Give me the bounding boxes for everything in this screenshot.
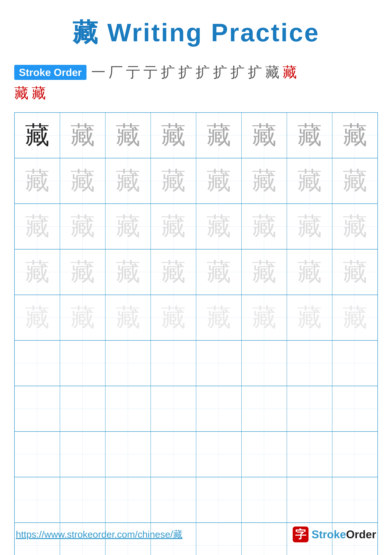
stroke-7: 扩 (196, 63, 210, 82)
cell-4-5[interactable]: 藏 (196, 249, 242, 295)
cell-5-3[interactable]: 藏 (105, 295, 151, 340)
cell-5-8[interactable]: 藏 (332, 295, 378, 340)
cell-2-3[interactable]: 藏 (105, 158, 151, 204)
cell-3-3[interactable]: 藏 (105, 204, 151, 249)
char-1-2: 藏 (70, 123, 95, 148)
cell-5-1[interactable]: 藏 (14, 295, 60, 340)
char-3-3: 藏 (116, 214, 140, 239)
cell-4-4[interactable]: 藏 (151, 249, 196, 295)
cell-2-2[interactable]: 藏 (60, 158, 105, 204)
cell-7-7[interactable] (287, 386, 332, 431)
cell-5-2[interactable]: 藏 (60, 295, 105, 340)
cell-3-1[interactable]: 藏 (14, 204, 60, 249)
cell-9-6[interactable] (242, 477, 287, 523)
stroke-5: 扩 (161, 63, 175, 82)
char-2-4: 藏 (161, 169, 186, 193)
cell-2-5[interactable]: 藏 (196, 158, 242, 204)
stroke-chars: 一 厂 亍 亍 扩 扩 扩 扩 扩 扩 藏 藏 (91, 63, 297, 82)
cell-4-1[interactable]: 藏 (14, 249, 60, 295)
stroke-2: 厂 (109, 63, 123, 82)
cell-7-4[interactable] (151, 386, 196, 431)
grid-row-6 (14, 340, 378, 386)
stroke-8: 扩 (213, 63, 227, 82)
char-4-5: 藏 (207, 260, 231, 284)
cell-6-2[interactable] (60, 340, 105, 386)
cell-2-7[interactable]: 藏 (287, 158, 332, 204)
char-1-4: 藏 (161, 123, 186, 148)
cell-6-1[interactable] (14, 340, 60, 386)
cell-5-6[interactable]: 藏 (242, 295, 287, 340)
cell-5-5[interactable]: 藏 (196, 295, 242, 340)
cell-3-8[interactable]: 藏 (332, 204, 378, 249)
cell-3-5[interactable]: 藏 (196, 204, 242, 249)
stroke-12: 藏 (283, 63, 297, 82)
cell-8-3[interactable] (105, 431, 151, 477)
cell-7-8[interactable] (332, 386, 378, 431)
cell-3-4[interactable]: 藏 (151, 204, 196, 249)
cell-4-3[interactable]: 藏 (105, 249, 151, 295)
cell-3-6[interactable]: 藏 (242, 204, 287, 249)
cell-9-1[interactable] (14, 477, 60, 523)
char-2-7: 藏 (297, 169, 322, 193)
cell-2-4[interactable]: 藏 (151, 158, 196, 204)
cell-3-2[interactable]: 藏 (60, 204, 105, 249)
cell-2-8[interactable]: 藏 (332, 158, 378, 204)
char-1-5: 藏 (207, 123, 231, 148)
cell-8-5[interactable] (196, 431, 242, 477)
cell-1-6[interactable]: 藏 (242, 113, 287, 158)
cell-1-3[interactable]: 藏 (105, 113, 151, 158)
cell-8-1[interactable] (14, 431, 60, 477)
char-2-3: 藏 (116, 169, 140, 193)
cell-8-7[interactable] (287, 431, 332, 477)
cell-6-5[interactable] (196, 340, 242, 386)
title-text: Writing Practice (99, 18, 320, 47)
cell-8-4[interactable] (151, 431, 196, 477)
cell-4-2[interactable]: 藏 (60, 249, 105, 295)
footer-url[interactable]: https://www.strokeorder.com/chinese/藏 (16, 528, 183, 541)
cell-7-2[interactable] (60, 386, 105, 431)
cell-4-6[interactable]: 藏 (242, 249, 287, 295)
cell-1-1[interactable]: 藏 (14, 113, 60, 158)
cell-8-6[interactable] (242, 431, 287, 477)
cell-7-3[interactable] (105, 386, 151, 431)
cell-9-5[interactable] (196, 477, 242, 523)
cell-2-6[interactable]: 藏 (242, 158, 287, 204)
cell-9-3[interactable] (105, 477, 151, 523)
grid-row-1: 藏 藏 藏 藏 藏 藏 藏 藏 (14, 113, 378, 158)
cell-8-8[interactable] (332, 431, 378, 477)
cell-6-8[interactable] (332, 340, 378, 386)
cell-6-4[interactable] (151, 340, 196, 386)
char-2-8: 藏 (343, 169, 367, 193)
cell-9-2[interactable] (60, 477, 105, 523)
cell-1-5[interactable]: 藏 (196, 113, 242, 158)
stroke-10: 扩 (248, 63, 262, 82)
char-5-6: 藏 (252, 305, 276, 330)
char-4-4: 藏 (161, 260, 186, 284)
cell-9-4[interactable] (151, 477, 196, 523)
cell-1-4[interactable]: 藏 (151, 113, 196, 158)
char-3-6: 藏 (252, 214, 276, 239)
cell-1-8[interactable]: 藏 (332, 113, 378, 158)
cell-8-2[interactable] (60, 431, 105, 477)
char-3-2: 藏 (70, 214, 95, 239)
cell-5-7[interactable]: 藏 (287, 295, 332, 340)
cell-9-8[interactable] (332, 477, 378, 523)
grid-row-5: 藏 藏 藏 藏 藏 藏 藏 藏 (14, 295, 378, 340)
cell-5-4[interactable]: 藏 (151, 295, 196, 340)
cell-1-2[interactable]: 藏 (60, 113, 105, 158)
char-5-5: 藏 (207, 305, 231, 330)
cell-7-6[interactable] (242, 386, 287, 431)
cell-7-5[interactable] (196, 386, 242, 431)
char-4-1: 藏 (25, 260, 50, 284)
cell-6-6[interactable] (242, 340, 287, 386)
grid-row-9 (14, 477, 378, 523)
cell-2-1[interactable]: 藏 (14, 158, 60, 204)
cell-4-8[interactable]: 藏 (332, 249, 378, 295)
cell-6-7[interactable] (287, 340, 332, 386)
cell-9-7[interactable] (287, 477, 332, 523)
cell-4-7[interactable]: 藏 (287, 249, 332, 295)
cell-7-1[interactable] (14, 386, 60, 431)
cell-6-3[interactable] (105, 340, 151, 386)
cell-1-7[interactable]: 藏 (287, 113, 332, 158)
cell-3-7[interactable]: 藏 (287, 204, 332, 249)
